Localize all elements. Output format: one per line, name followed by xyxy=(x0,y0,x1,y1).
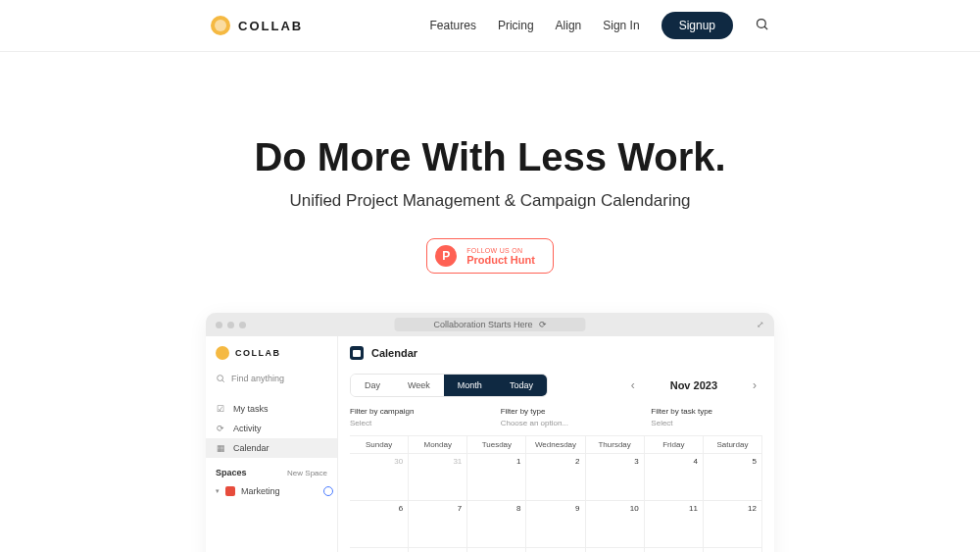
page-title: Calendar xyxy=(371,347,417,359)
window-dot xyxy=(227,322,234,328)
sidebar-logo-text: COLLAB xyxy=(235,348,281,358)
filter-value: Choose an option... xyxy=(501,419,612,427)
sidebar-search[interactable]: Find anything xyxy=(206,370,337,387)
search-icon xyxy=(216,374,225,383)
calendar-cell[interactable]: 7 xyxy=(409,501,467,548)
nav-align[interactable]: Align xyxy=(556,19,582,32)
calendar-cell[interactable]: 30 xyxy=(350,454,409,501)
calendar-day-header: Tuesday xyxy=(467,436,526,454)
view-week-button[interactable]: Week xyxy=(394,375,444,396)
calendar-day-header: Saturday xyxy=(704,436,762,454)
calendar-cell[interactable]: 8 xyxy=(467,501,526,548)
site-header: COLLAB Features Pricing Align Sign In Si… xyxy=(0,0,980,52)
sidebar-nav: ☑ My tasks ⟳ Activity ▦ Calendar xyxy=(206,399,337,458)
product-hunt-icon: P xyxy=(435,245,457,267)
svg-line-1 xyxy=(764,26,767,29)
activity-icon: ⟳ xyxy=(216,424,225,433)
ph-top-text: FOLLOW US ON xyxy=(466,247,535,254)
calendar-cell[interactable]: 9 xyxy=(526,501,585,548)
app-preview: Collaboration Starts Here ⟳ ⤢ COLLAB Fin… xyxy=(206,313,774,552)
product-hunt-badge[interactable]: P FOLLOW US ON Product Hunt xyxy=(426,238,554,274)
view-day-button[interactable]: Day xyxy=(351,375,394,396)
logo[interactable]: COLLAB xyxy=(211,16,303,35)
chevron-down-icon: ▾ xyxy=(216,487,220,495)
main-content: Calendar Day Week Month Today ‹ Nov 2023… xyxy=(338,336,774,552)
filter-label: Filter by campaign xyxy=(350,407,462,416)
calendar-cell[interactable]: 10 xyxy=(586,501,645,548)
calendar-cell[interactable]: 31 xyxy=(409,454,467,501)
hero-title: Do More With Less Work. xyxy=(0,135,980,179)
hero-section: Do More With Less Work. Unified Project … xyxy=(0,52,980,274)
calendar-cell[interactable]: 18 xyxy=(645,548,704,552)
svg-point-0 xyxy=(758,19,766,27)
signup-button[interactable]: Signup xyxy=(662,12,733,39)
space-color-icon xyxy=(225,486,235,496)
calendar-header-icon xyxy=(350,346,364,360)
window-controls xyxy=(216,322,246,328)
next-month-button[interactable]: › xyxy=(747,378,762,392)
filter-value: Select xyxy=(651,419,762,427)
calendar-day-header: Friday xyxy=(645,436,704,454)
nav-signin[interactable]: Sign In xyxy=(603,19,639,32)
sidebar-item-label: Calendar xyxy=(233,443,270,453)
spaces-title: Spaces xyxy=(216,468,247,477)
hero-subtitle: Unified Project Management & Campaign Ca… xyxy=(0,191,980,211)
window-titlebar: Collaboration Starts Here ⟳ ⤢ xyxy=(206,313,774,336)
sidebar-item-mytasks[interactable]: ☑ My tasks xyxy=(206,399,337,419)
sidebar-item-label: My tasks xyxy=(233,404,269,414)
calendar-icon: ▦ xyxy=(216,443,225,453)
sidebar: COLLAB Find anything ☑ My tasks ⟳ Activi… xyxy=(206,336,338,552)
calendar-cell[interactable]: 14 xyxy=(409,548,467,552)
calendar-cell[interactable]: 6 xyxy=(350,501,409,548)
svg-line-3 xyxy=(222,380,224,382)
sidebar-item-calendar[interactable]: ▦ Calendar xyxy=(206,438,337,458)
calendar-day-header: Sunday xyxy=(350,436,409,454)
search-icon[interactable] xyxy=(755,17,769,35)
calendar-cell[interactable]: 1 xyxy=(467,454,526,501)
sidebar-item-label: Activity xyxy=(233,424,262,433)
logo-icon xyxy=(211,16,230,35)
filter-campaign[interactable]: Filter by campaign Select xyxy=(350,407,462,427)
calendar-cell[interactable]: 3 xyxy=(586,454,645,501)
month-label: Nov 2023 xyxy=(670,379,717,391)
calendar-cell[interactable]: 16 xyxy=(526,548,585,552)
reload-icon: ⟳ xyxy=(539,320,547,329)
window-dot xyxy=(216,322,222,328)
filter-type[interactable]: Filter by type Choose an option... xyxy=(501,407,612,427)
calendar-cell[interactable]: 5 xyxy=(704,454,762,501)
tasks-icon: ☑ xyxy=(216,404,225,414)
view-switcher: Day Week Month Today xyxy=(350,374,548,397)
sidebar-space-marketing[interactable]: ▾ Marketing xyxy=(206,481,337,501)
calendar-cell[interactable]: 12 xyxy=(704,501,762,548)
sidebar-spaces-header: Spaces New Space xyxy=(206,458,337,481)
calendar-day-header: Thursday xyxy=(586,436,645,454)
top-nav: Features Pricing Align Sign In Signup xyxy=(430,12,769,39)
nav-features[interactable]: Features xyxy=(430,19,476,32)
view-today-button[interactable]: Today xyxy=(496,375,547,396)
prev-month-button[interactable]: ‹ xyxy=(625,378,641,392)
space-label: Marketing xyxy=(241,486,280,496)
filter-task-type[interactable]: Filter by task type Select xyxy=(651,407,762,427)
new-space-button[interactable]: New Space xyxy=(287,469,327,477)
sidebar-logo-icon xyxy=(216,346,229,360)
calendar-cell[interactable]: 17 xyxy=(586,548,645,552)
svg-point-2 xyxy=(218,376,223,381)
calendar-cell[interactable]: 11 xyxy=(645,501,704,548)
calendar-grid: SundayMondayTuesdayWednesdayThursdayFrid… xyxy=(350,435,762,552)
view-month-button[interactable]: Month xyxy=(444,375,496,396)
filters-row: Filter by campaign Select Filter by type… xyxy=(350,407,762,427)
search-placeholder: Find anything xyxy=(231,374,284,383)
calendar-day-header: Wednesday xyxy=(526,436,585,454)
sidebar-item-activity[interactable]: ⟳ Activity xyxy=(206,419,337,438)
filter-label: Filter by task type xyxy=(651,407,762,416)
calendar-cell[interactable]: 2 xyxy=(526,454,585,501)
calendar-cell[interactable]: 4 xyxy=(645,454,704,501)
calendar-day-header: Monday xyxy=(409,436,467,454)
calendar-cell[interactable]: 19 xyxy=(704,548,762,552)
logo-text: COLLAB xyxy=(238,19,303,33)
calendar-cell[interactable]: 15 xyxy=(467,548,526,552)
nav-pricing[interactable]: Pricing xyxy=(498,19,534,32)
ph-bottom-text: Product Hunt xyxy=(466,254,535,266)
calendar-cell[interactable]: 13 xyxy=(350,548,409,552)
window-dot xyxy=(239,322,246,328)
